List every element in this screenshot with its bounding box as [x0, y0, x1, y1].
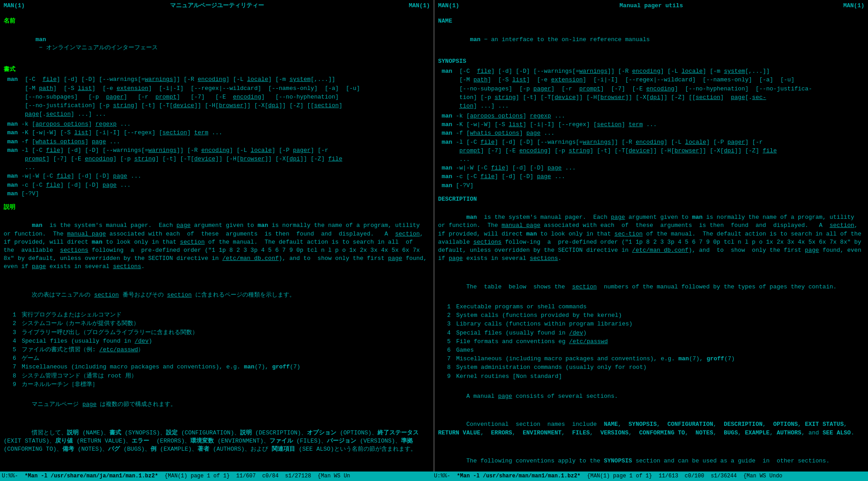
right-syn-l12: man -w|-W [-C file] [-d] [-D] page ... — [442, 164, 864, 172]
right-syn-l13: man -c [-C file] [-d] [-D] page ... — [442, 173, 864, 181]
left-syn-l6: man -k [apropos options] regexp ... — [7, 120, 430, 128]
right-syn-l9: man -l [-C file] [-d] [-D] [--warnings[=… — [442, 138, 864, 146]
right-desc-p4: Conventional section names include NAME,… — [438, 412, 864, 445]
right-header: MAN(1) Manual pager utils MAN(1) — [438, 2, 864, 10]
right-list-item-8: 8System administration commands (usually… — [447, 363, 864, 372]
left-name-man: man — [35, 36, 46, 43]
right-desc-p3: A manual page consists of several sectio… — [438, 384, 864, 409]
left-desc-p5: 書式 の節では次の表記が使用されます。他の節でも同様にすることを推奨します。 — [4, 465, 430, 470]
left-syn-l14: man [-?V] — [7, 190, 430, 198]
list-item-4: 4Special files (usually found in /dev) — [13, 337, 430, 345]
left-header-center: マニュアルページユーティリティー — [170, 2, 264, 10]
left-pane-content[interactable]: 名前 man − オンラインマニュアルのインターフェース 書式 man [-C … — [4, 13, 430, 470]
main-area: MAN(1) マニュアルページユーティリティー MAN(1) 名前 man − … — [0, 0, 868, 472]
left-header: MAN(1) マニュアルページユーティリティー MAN(1) — [4, 2, 430, 10]
right-synopsis-heading: SYNOPSIS — [438, 57, 864, 66]
list-item-7: 7Miscellaneous (including macro packages… — [13, 363, 430, 371]
right-list-item-1: 1Executable programs or shell commands — [447, 303, 864, 311]
left-syn-l11: ... — [7, 164, 430, 172]
right-syn-l14: man [-?V] — [442, 182, 864, 190]
right-list-item-4: 4Special files (usually found in /dev) — [447, 329, 864, 337]
left-synopsis-heading: 書式 — [4, 66, 430, 74]
list-item-6: 6ゲーム — [13, 354, 430, 363]
list-item-9: 9カーネルルーチン［非標準］ — [13, 381, 430, 389]
right-pane-content[interactable]: NAME man − an interface to the on-line r… — [438, 13, 864, 470]
right-name-heading: NAME — [438, 17, 864, 25]
right-synopsis-block: man [-C file] [-d] [-D] [--warnings[=war… — [442, 67, 864, 190]
left-desc-p1: man is the system's manual pager. Each p… — [4, 213, 430, 279]
right-list-item-2: 2System calls (functions provided by the… — [447, 311, 864, 320]
right-desc-p5: The following conventions apply to the S… — [438, 449, 864, 470]
left-syn-l9: man -l [-C file] [-d] [-D] [--warnings[=… — [7, 146, 430, 155]
left-syn-l8: man -f [whatis options] page ... — [7, 138, 430, 146]
right-syn-l11: ... — [442, 156, 864, 164]
list-item-5: 5ファイルの書式と慣習（例: /etc/passwd） — [13, 346, 430, 354]
left-name-content: man − オンラインマニュアルのインターフェース — [7, 27, 430, 60]
status-bar: U:%%- *Man -l /usr/share/man/ja/man1/man… — [0, 472, 868, 481]
left-pane: MAN(1) マニュアルページユーティリティー MAN(1) 名前 man − … — [0, 0, 434, 472]
right-list-item-5: 5File formats and conventions eg /etc/pa… — [447, 338, 864, 346]
status-right: U:%%- *Man -l /usr/share/man/man1/man.1.… — [434, 472, 866, 480]
right-header-left: MAN(1) — [438, 2, 459, 10]
left-syn-l3: [--no-subpages] [-p pager] [-r prompt] [… — [7, 93, 430, 101]
right-header-right: MAN(1) — [843, 2, 864, 10]
list-item-3: 3ライブラリー呼び出し（プログラムライブラリーに含まれる関数） — [13, 329, 430, 337]
right-syn-l7: man -K [-w|-W] [-S list] [-i|-I] [--rege… — [442, 121, 864, 129]
right-syn-l6: man -k [apropos options] regexp ... — [442, 112, 864, 120]
right-list-item-3: 3Library calls (functions within program… — [447, 320, 864, 328]
right-desc-heading: DESCRIPTION — [438, 195, 864, 203]
left-syn-l12: man -w|-W [-C file] [-d] [-D] page ... — [7, 172, 430, 180]
right-pane: MAN(1) Manual pager utils MAN(1) NAME ma… — [434, 0, 868, 472]
left-name-heading: 名前 — [4, 17, 430, 25]
left-desc-p4: 慣習として、説明 (NAME)、書式 (SYNOPSIS)、設定 (CONFIG… — [4, 420, 430, 462]
right-desc-p1: man is the system's manual pager. Each p… — [438, 205, 864, 271]
status-right-text: U:%%- *Man -l /usr/share/man/man1/man.1.… — [434, 473, 783, 479]
right-syn-l1: man [-C file] [-d] [-D] [--warnings[=war… — [442, 67, 864, 75]
left-list: 1実行プログラムまたはシェルコマンド 2システムコール（カーネルが提供する関数）… — [4, 311, 430, 389]
left-header-right: MAN(1) — [409, 2, 430, 10]
right-list-item-9: 9Kernel routines [Non standard] — [447, 373, 864, 381]
status-left-text: U:%%- *Man -l /usr/share/man/ja/man1/man… — [2, 473, 350, 479]
left-syn-l7: man -K [-w|-W] [-S list] [-i|-I] [--rege… — [7, 129, 430, 137]
list-item-2: 2システムコール（カーネルが提供する関数） — [13, 320, 430, 328]
right-list: 1Executable programs or shell commands 2… — [438, 303, 864, 381]
left-header-left: MAN(1) — [4, 2, 25, 10]
left-syn-l10: prompt] [-7] [-E encoding] [-p string] [… — [7, 155, 430, 163]
left-syn-l2: [-M path] [-S list] [-e extension] [-i|-… — [7, 85, 430, 93]
left-synopsis-block: man [-C file] [-d] [-D] [--warnings[=war… — [7, 75, 430, 198]
right-syn-l3: [--no-subpages] [-p pager] [-r prompt] [… — [442, 85, 864, 93]
left-name-dash: − オンラインマニュアルのインターフェース — [35, 44, 157, 51]
right-header-center: Manual pager utils — [619, 2, 683, 10]
right-list-item-6: 6Games — [447, 346, 864, 354]
right-syn-l8: man -f [whatis options] page ... — [442, 129, 864, 137]
right-syn-l4: tion] [-p string] [-t] [-T[device]] [-H[… — [442, 94, 864, 102]
left-syn-l13: man -c [-C file] [-d] [-D] page ... — [7, 181, 430, 189]
left-syn-l4: [--no-justification] [-p string] [-t] [-… — [7, 102, 430, 110]
right-name-content: man − an interface to the on-line refere… — [442, 27, 864, 52]
right-syn-l2: [-M path] [-S list] [-e extension] [-i|-… — [442, 76, 864, 84]
right-desc-p2: The table below shows the section number… — [438, 274, 864, 299]
status-left: U:%%- *Man -l /usr/share/man/ja/man1/man… — [2, 472, 434, 480]
list-item-1: 1実行プログラムまたはシェルコマンド — [13, 311, 430, 319]
right-syn-l10: prompt] [-7] [-E encoding] [-p string] [… — [442, 147, 864, 155]
left-syn-l5: page[.section] ...] ... — [7, 110, 430, 118]
left-syn-l1: man [-C file] [-d] [-D] [--warnings[=war… — [7, 75, 430, 84]
right-list-item-7: 7Miscellaneous (including macro packages… — [447, 355, 864, 363]
left-desc-p3: マニュアルページ page は複数の節で構成されます。 — [4, 392, 430, 417]
right-syn-l5: tion] ...] ... — [442, 102, 864, 110]
left-desc-heading: 説明 — [4, 203, 430, 212]
left-desc-p2: 次の表はマニュアルの section 番号およびその section に含まれる… — [4, 283, 430, 308]
list-item-8: 8システム管理コマンド（通常は root 用） — [13, 372, 430, 380]
